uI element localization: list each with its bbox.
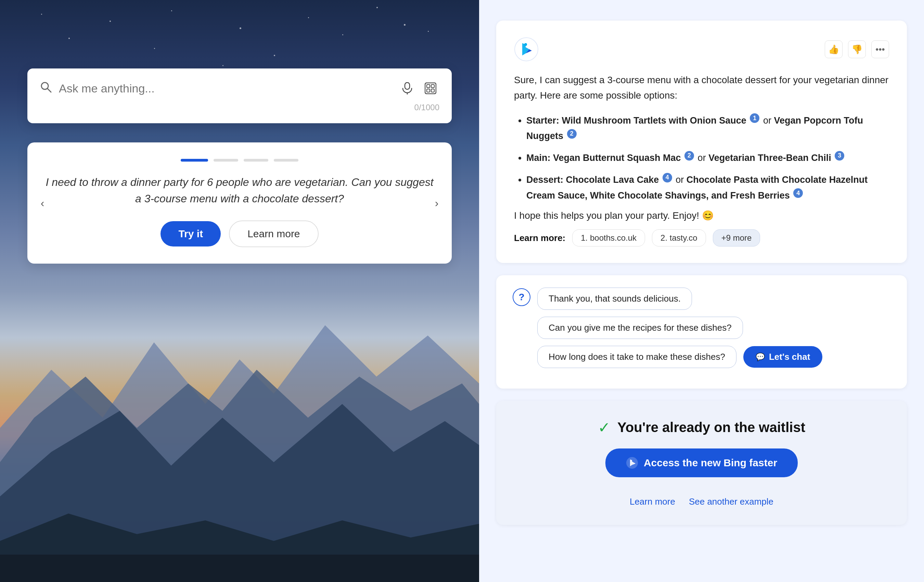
enjoy-text: I hope this helps you plan your party. E… (514, 210, 889, 221)
ref-2: 2 (567, 129, 577, 139)
ref-4b: 4 (793, 188, 803, 198)
main-label: Main: (526, 153, 551, 163)
list-item: Dessert: Chocolate Lava Cake 4 or Chocol… (526, 172, 889, 204)
card-buttons: Try it Learn more (45, 220, 434, 247)
right-panel: 👍 👎 ••• Sure, I can suggest a 3-course m… (479, 0, 924, 582)
check-icon: ✓ (598, 419, 610, 436)
followup-chip-3[interactable]: How long does it take to make these dish… (537, 346, 736, 368)
followup-row-2: Can you give me the recipes for these di… (537, 317, 891, 339)
access-label: Access the new Bing faster (644, 457, 777, 469)
learn-more-link[interactable]: Learn more (630, 496, 675, 507)
chat-list: Starter: Wild Mushroom Tartlets with Oni… (514, 113, 889, 204)
ref-4a: 4 (663, 173, 672, 182)
followup-section: ? Thank you, that sounds delicious. Can … (496, 275, 907, 389)
dot-1 (181, 159, 208, 162)
svg-line-6 (48, 89, 51, 92)
waitlist-card: ✓ You're already on the waitlist Access … (496, 401, 907, 525)
more-options-button[interactable]: ••• (871, 40, 889, 58)
chat-bubble-icon: 💬 (756, 353, 765, 362)
svg-rect-11 (431, 84, 434, 88)
prev-arrow[interactable]: ‹ (33, 193, 52, 213)
bing-small-icon (626, 457, 638, 469)
waitlist-title: You're already on the waitlist (617, 420, 805, 435)
followup-row-1: Thank you, that sounds delicious. (537, 288, 891, 310)
ref-3: 3 (835, 151, 844, 160)
main-option2: Vegetarian Three-Bean Chili (708, 153, 831, 163)
followup-header: ? Thank you, that sounds delicious. Can … (513, 288, 891, 368)
learn-more-button[interactable]: Learn more (229, 220, 318, 247)
search-box: 0/1000 (27, 68, 452, 123)
followup-row-3: How long does it take to make these dish… (537, 346, 891, 368)
chat-card: 👍 👎 ••• Sure, I can suggest a 3-course m… (496, 21, 907, 263)
image-search-icon[interactable] (422, 79, 439, 97)
progress-dots (45, 159, 434, 162)
learn-more-label: Learn more: (514, 233, 565, 243)
suggestion-card: ‹ › I need to throw a dinner party for 6… (27, 142, 452, 264)
left-panel: 0/1000 ‹ › I need to throw a dinner part… (0, 0, 479, 582)
search-input[interactable] (59, 82, 391, 95)
question-icon: ? (513, 288, 530, 306)
access-bing-button[interactable]: Access the new Bing faster (606, 448, 798, 477)
chat-intro-text: Sure, I can suggest a 3-course menu with… (514, 73, 889, 103)
thumbs-up-button[interactable]: 👍 (825, 40, 843, 58)
ref-2b: 2 (685, 151, 694, 160)
followup-chip-1[interactable]: Thank you, that sounds delicious. (537, 288, 692, 310)
char-count: 0/1000 (40, 103, 439, 112)
search-container: 0/1000 ‹ › I need to throw a dinner part… (27, 68, 452, 264)
lets-chat-label: Let's chat (769, 352, 810, 362)
suggestion-text: I need to throw a dinner party for 6 peo… (45, 174, 434, 207)
svg-point-15 (524, 43, 527, 46)
list-item: Starter: Wild Mushroom Tartlets with Oni… (526, 113, 889, 144)
mountains-svg (0, 274, 479, 582)
svg-rect-12 (427, 89, 430, 92)
svg-rect-7 (405, 83, 410, 89)
lets-chat-button[interactable]: 💬 Let's chat (743, 346, 822, 368)
learn-more-row: Learn more: 1. booths.co.uk 2. tasty.co … (514, 229, 889, 246)
microphone-icon[interactable] (398, 79, 416, 97)
source-chip-2[interactable]: 2. tasty.co (652, 229, 706, 246)
svg-rect-13 (431, 89, 434, 92)
source-chip-1[interactable]: 1. booths.co.uk (572, 229, 645, 246)
next-arrow[interactable]: › (427, 193, 446, 213)
waitlist-links: Learn more See another example (517, 496, 886, 507)
svg-rect-4 (0, 555, 479, 582)
chat-header: 👍 👎 ••• (514, 37, 889, 62)
more-sources-chip[interactable]: +9 more (713, 229, 761, 246)
dessert-label: Dessert: (526, 175, 563, 185)
chat-actions: 👍 👎 ••• (825, 40, 889, 58)
thumbs-down-button[interactable]: 👎 (848, 40, 866, 58)
dot-2 (214, 159, 238, 162)
list-item: Main: Vegan Butternut Squash Mac 2 or Ve… (526, 150, 889, 166)
svg-rect-10 (427, 84, 430, 88)
starter-label: Starter: (526, 116, 559, 126)
starter-option1: Wild Mushroom Tartlets with Onion Sauce (562, 116, 746, 126)
try-it-button[interactable]: Try it (160, 221, 221, 246)
followup-chip-2[interactable]: Can you give me the recipes for these di… (537, 317, 743, 339)
dot-4 (274, 159, 299, 162)
dot-3 (244, 159, 268, 162)
see-another-link[interactable]: See another example (689, 496, 774, 507)
bing-logo (514, 37, 539, 62)
search-icon (40, 81, 52, 96)
waitlist-title-row: ✓ You're already on the waitlist (517, 419, 886, 436)
followup-chips: Thank you, that sounds delicious. Can yo… (537, 288, 891, 368)
ref-1: 1 (750, 113, 759, 123)
